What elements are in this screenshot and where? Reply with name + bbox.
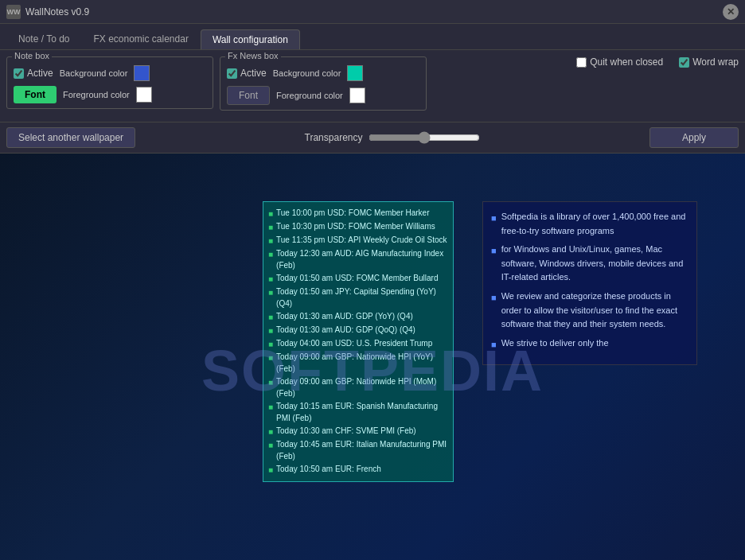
note-item: ■Softpedia is a library of over 1,400,00… [491, 210, 688, 238]
fx-bg-color-swatch[interactable] [347, 65, 363, 81]
fx-news-item: ■Tue 10:30 pm USD: FOMC Member Williams [268, 220, 448, 233]
note-box-row2: Font Foreground color [14, 86, 206, 103]
tab-wall-config[interactable]: Wall configuration [201, 29, 300, 49]
note-box-row1: Active Background color [14, 65, 206, 81]
fx-news-bullet: ■ [268, 208, 273, 220]
tab-fx-calendar[interactable]: FX economic calendar [82, 29, 201, 49]
fx-news-box-group: Fx News box Active Background color Font… [220, 56, 427, 111]
note-bg-color-swatch[interactable] [134, 65, 150, 81]
bottom-toolbar: Select another wallpaper Transparency Ap… [0, 122, 745, 154]
fx-news-bullet: ■ [268, 338, 273, 350]
fx-news-item: ■Tue 11:35 pm USD: API Weekly Crude Oil … [268, 234, 448, 247]
fx-news-item: ■Today 04:00 am USD: U.S. President Trum… [268, 337, 448, 350]
fx-news-bullet: ■ [268, 439, 273, 451]
fx-news-bullet: ■ [268, 221, 273, 233]
fx-fg-color-label: Foreground color [276, 91, 343, 100]
fx-news-item: ■Today 09:00 am GBP: Nationwide HPI (YoY… [268, 351, 448, 375]
note-display-box: ■Softpedia is a library of over 1,400,00… [482, 201, 697, 365]
wallpaper-area: SOFTPEDIA ■Tue 10:00 pm USD: FOMC Member… [0, 154, 745, 560]
fx-news-box-row2: Font Foreground color [227, 86, 419, 105]
fx-news-item: ■Today 01:50 am JPY: Capital Spending (Y… [268, 286, 448, 309]
fx-news-item: ■Today 10:15 am EUR: Spanish Manufacturi… [268, 400, 448, 424]
note-box-group: Note box Active Background color Font Fo… [6, 56, 213, 109]
fx-news-item: ■Tue 10:00 pm USD: FOMC Member Harker [268, 207, 448, 220]
close-button[interactable]: ✕ [723, 4, 739, 20]
fx-news-item: ■Today 10:50 am EUR: French [268, 463, 448, 476]
fx-news-bullet: ■ [268, 286, 273, 298]
word-wrap-label[interactable]: Word wrap [679, 56, 739, 68]
tab-bar: Note / To do FX economic calendar Wall c… [0, 24, 745, 50]
fx-news-box-group-title: Fx News box [225, 51, 281, 60]
note-bg-color-label: Background color [60, 68, 128, 78]
fx-news-bullet: ■ [268, 311, 273, 323]
fx-news-bullet: ■ [268, 273, 273, 285]
note-box-group-title: Note box [12, 51, 52, 60]
note-active-checkbox[interactable] [14, 68, 24, 79]
note-font-button[interactable]: Font [14, 86, 57, 103]
note-bullet: ■ [491, 244, 497, 259]
config-panel: Note box Active Background color Font Fo… [0, 50, 745, 122]
fx-news-bullet: ■ [268, 248, 273, 260]
note-active-label: Active [27, 68, 53, 79]
note-item: ■We review and categorize these products… [491, 290, 688, 332]
fx-news-item: ■Today 10:30 am CHF: SVME PMI (Feb) [268, 425, 448, 438]
select-wallpaper-button[interactable]: Select another wallpaper [6, 127, 135, 148]
note-item: ■We strive to deliver only the [491, 336, 688, 352]
fx-news-item: ■Today 12:30 am AUD: AIG Manufacturing I… [268, 247, 448, 271]
quit-when-closed-label[interactable]: Quit when closed [576, 56, 663, 68]
right-options: Quit when closed Word wrap [433, 56, 739, 68]
quit-when-closed-checkbox[interactable] [576, 57, 587, 68]
transparency-area: Transparency [135, 131, 649, 144]
note-fg-color-swatch[interactable] [136, 87, 152, 103]
fx-news-item: ■Today 01:30 am AUD: GDP (YoY) (Q4) [268, 310, 448, 323]
fx-bg-color-label: Background color [273, 68, 341, 78]
transparency-slider[interactable] [369, 131, 480, 144]
fx-news-bullet: ■ [268, 401, 273, 413]
fx-news-bullet: ■ [268, 376, 273, 388]
word-wrap-checkbox[interactable] [679, 57, 689, 68]
fx-fg-color-swatch[interactable] [349, 88, 365, 103]
app-title: WallNotes v0.9 [25, 6, 89, 18]
title-bar: WW WallNotes v0.9 ✕ [0, 0, 745, 24]
fx-news-box-row1: Active Background color [227, 65, 419, 81]
fx-news-item: ■Today 10:45 am EUR: Italian Manufacturi… [268, 438, 448, 462]
fx-active-checkbox-label[interactable]: Active [227, 68, 267, 79]
word-wrap-text: Word wrap [692, 56, 739, 68]
app-logo: WW [6, 5, 21, 19]
tab-note-todo[interactable]: Note / To do [6, 29, 82, 49]
note-item: ■for Windows and Unix/Linux, games, Mac … [491, 243, 688, 285]
fx-news-bullet: ■ [268, 235, 273, 247]
note-bullet: ■ [491, 291, 497, 305]
fx-font-button[interactable]: Font [227, 86, 270, 105]
note-active-checkbox-label[interactable]: Active [14, 68, 53, 79]
fx-news-item: ■Today 01:30 am AUD: GDP (QoQ) (Q4) [268, 324, 448, 336]
fx-news-item: ■Today 09:00 am GBP: Nationwide HPI (MoM… [268, 375, 448, 399]
apply-button[interactable]: Apply [649, 127, 739, 148]
fx-news-bullet: ■ [268, 325, 273, 336]
transparency-label: Transparency [305, 132, 363, 143]
fx-active-checkbox[interactable] [227, 68, 237, 79]
fx-active-label: Active [240, 68, 267, 79]
quit-when-closed-text: Quit when closed [590, 56, 663, 68]
boxes-row: Note box Active Background color Font Fo… [6, 56, 739, 111]
note-bullet: ■ [491, 212, 497, 226]
note-fg-color-label: Foreground color [63, 90, 130, 99]
fx-news-bullet: ■ [268, 464, 273, 476]
fx-news-bullet: ■ [268, 352, 273, 364]
fx-news-bullet: ■ [268, 426, 273, 438]
fx-news-item: ■Today 01:50 am USD: FOMC Member Bullard [268, 272, 448, 285]
note-bullet: ■ [491, 338, 497, 352]
fx-news-display-box: ■Tue 10:00 pm USD: FOMC Member Harker■Tu… [263, 201, 454, 482]
